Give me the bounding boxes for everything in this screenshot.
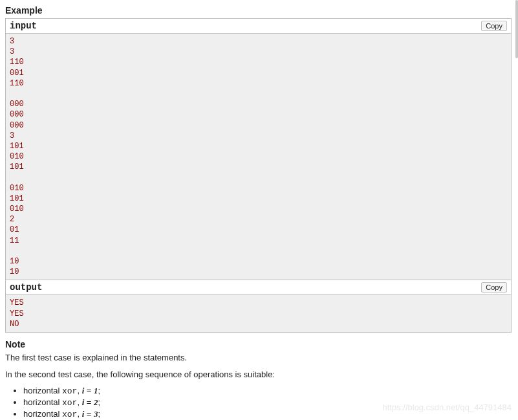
bullet-text: horizontal xyxy=(23,386,62,395)
eq: = xyxy=(84,386,94,395)
bullet-sep: , xyxy=(77,397,81,407)
copy-input-button[interactable]: Copy xyxy=(481,21,507,31)
bullet-text: horizontal xyxy=(23,397,62,407)
scrollbar[interactable] xyxy=(515,0,517,58)
suffix: ; xyxy=(98,409,101,419)
eq: = xyxy=(84,397,94,407)
bullet-sep: , xyxy=(77,409,81,419)
note-p1: The first test case is explained in the … xyxy=(5,352,512,364)
xor-op: xor xyxy=(62,386,77,396)
xor-op: xor xyxy=(62,410,77,419)
suffix: ; xyxy=(98,386,101,395)
copy-output-button[interactable]: Copy xyxy=(481,282,507,293)
output-content: YES YES NO xyxy=(6,295,511,332)
bullet-text: horizontal xyxy=(23,409,62,419)
note-heading: Note xyxy=(5,339,512,349)
input-content: 3 3 110 001 110 000 000 000 3 101 010 10… xyxy=(6,34,511,280)
list-item: horizontal xor, i = 1; xyxy=(23,386,512,396)
eq: = xyxy=(84,409,94,419)
xor-op: xor xyxy=(62,398,77,408)
output-title: output xyxy=(10,282,42,293)
note-p2: In the second test case, the following s… xyxy=(5,369,512,381)
example-heading: Example xyxy=(5,5,512,16)
output-header: output Copy xyxy=(6,280,511,295)
input-title: input xyxy=(10,21,37,31)
watermark: https://blog.csdn.net/qq_44791484 xyxy=(383,403,512,412)
output-block: output Copy YES YES NO xyxy=(5,280,512,333)
input-header: input Copy xyxy=(6,19,511,34)
input-block: input Copy 3 3 110 001 110 000 000 000 3… xyxy=(5,18,512,280)
bullet-sep: , xyxy=(77,386,81,395)
suffix: ; xyxy=(98,397,101,407)
